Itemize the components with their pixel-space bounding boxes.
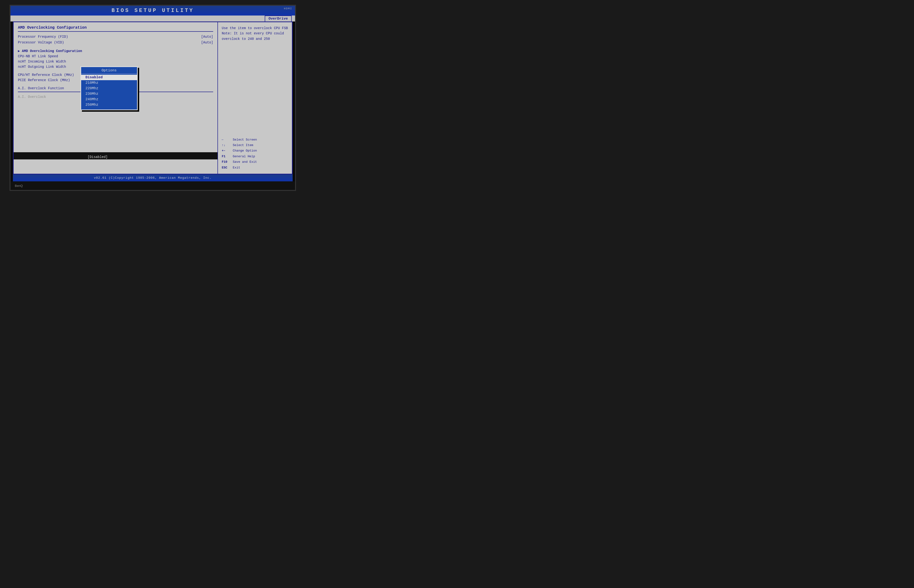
section-title: AMD Overclocking Configuration (18, 26, 213, 30)
brand-label: BenQ (15, 184, 23, 187)
key-updown: ↑↓ (222, 142, 230, 148)
keybind-esc: ESC Exit (222, 165, 288, 170)
help-text: Use the item to overclock CPU FSB Note: … (222, 26, 288, 42)
ncht-incoming[interactable]: ncHT Incoming Link Width (18, 60, 213, 63)
option-240mhz[interactable]: 240Mhz (81, 97, 137, 102)
keybind-general-help: F1 General Help (222, 153, 288, 159)
key-f10: F10 (222, 159, 230, 165)
monitor-bottom: BenQ (10, 181, 295, 190)
processor-voltage-label: Processor Voltage (VID) (18, 40, 64, 44)
keybind-save-exit: F10 Save and Exit (222, 159, 288, 165)
option-disabled[interactable]: Disabled (81, 75, 137, 80)
monitor-screen: HDMI BIOS SETUP UTILITY OverDrive AMD Ov… (10, 5, 296, 191)
section-divider (18, 31, 213, 32)
key-arrow: ← (222, 137, 230, 142)
desc-select-screen: Select Screen (233, 137, 257, 142)
options-popup-title: Options (81, 67, 137, 74)
desc-exit: Exit (233, 165, 240, 170)
option-230mhz[interactable]: 230Mhz (81, 91, 137, 97)
keybind-select-item: ↑↓ Select Item (222, 142, 288, 148)
disabled-value: [Disabled] (87, 155, 108, 159)
amd-overclocking-submenu[interactable]: ▶ AMD Overclocking Configuration (18, 49, 213, 53)
keybind-select-screen: ← Select Screen (222, 137, 288, 142)
desc-change-option: Change Option (233, 148, 257, 153)
tab-overdrive[interactable]: OverDrive (265, 16, 292, 21)
right-panel: Use the item to overclock CPU FSB Note: … (218, 22, 292, 174)
processor-frequency-item[interactable]: Processor Frequency (FID) [Auto] (18, 35, 213, 39)
key-f1: F1 (222, 153, 230, 159)
processor-voltage-item[interactable]: Processor Voltage (VID) [Auto] (18, 40, 213, 45)
left-panel: AMD Overclocking Configuration Processor… (14, 22, 218, 174)
desc-general-help: General Help (233, 153, 255, 159)
option-210mhz[interactable]: 210Mhz (81, 80, 137, 86)
option-220mhz[interactable]: 220Mhz (81, 86, 137, 91)
processor-voltage-value: [Auto] (201, 40, 213, 44)
bios-title: BIOS SETUP UTILITY (10, 6, 295, 16)
option-250mhz[interactable]: 250Mhz (81, 102, 137, 108)
footer-bar: v02.61 (C)Copyright 1985-2006, American … (13, 174, 293, 181)
disabled-overlay-bar (14, 152, 217, 160)
main-area: AMD Overclocking Configuration Processor… (13, 21, 293, 174)
cpu-nb-ht-link[interactable]: CPU-NB HT Link Speed (18, 54, 213, 58)
tab-row: OverDrive (10, 16, 295, 21)
processor-frequency-label: Processor Frequency (FID) (18, 35, 68, 39)
key-esc: ESC (222, 165, 230, 170)
desc-select-item: Select Item (233, 142, 253, 148)
desc-save-exit: Save and Exit (233, 159, 257, 165)
keybind-change-option: +- Change Option (222, 148, 288, 153)
options-popup: Options Disabled 210Mhz 220Mhz 230Mhz 24… (81, 66, 138, 110)
key-plusminus: +- (222, 148, 230, 153)
keybind-list: ← Select Screen ↑↓ Select Item +- Change… (222, 137, 288, 170)
processor-frequency-value: [Auto] (201, 35, 213, 39)
hdmi-label: HDMI (284, 7, 292, 10)
